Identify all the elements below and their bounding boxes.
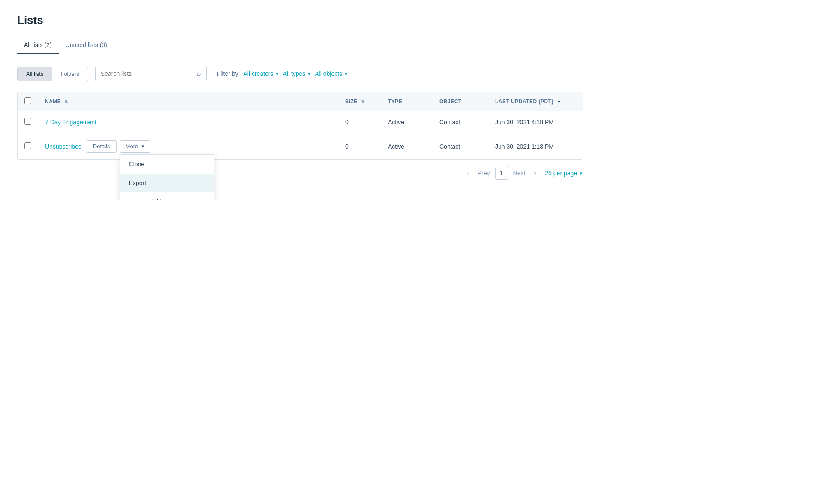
tab-unused-lists[interactable]: Unused lists (0) xyxy=(59,37,114,54)
more-button[interactable]: More ▼ xyxy=(120,140,151,153)
row1-last-updated-cell: Jun 30, 2021 4:18 PM xyxy=(488,111,583,133)
search-input[interactable] xyxy=(101,70,195,77)
last-updated-sort-icon: ▼ xyxy=(557,99,561,104)
prev-page-button[interactable]: ‹ xyxy=(463,167,472,180)
more-dropdown-menu: Clone Export Move to folder View perform… xyxy=(120,154,214,200)
all-types-filter[interactable]: All types ▼ xyxy=(283,70,311,77)
search-icon[interactable]: ⌕ xyxy=(197,70,201,78)
chevron-down-icon: ▼ xyxy=(275,72,280,76)
folders-view-button[interactable]: Folders xyxy=(52,67,87,81)
move-to-folder-menu-item[interactable]: Move to folder xyxy=(120,192,214,200)
all-lists-view-button[interactable]: All lists xyxy=(18,67,52,81)
next-page-button[interactable]: › xyxy=(530,167,540,180)
name-column-header[interactable]: NAME ⇅ xyxy=(38,92,338,111)
row2-actions: Details More ▼ Clone Export xyxy=(87,140,150,153)
table-header-row: NAME ⇅ SIZE ⇅ TYPE OBJECT LAST UPDATED ( xyxy=(18,92,583,111)
next-label[interactable]: Next xyxy=(513,170,526,177)
chevron-down-icon: ▼ xyxy=(141,144,145,149)
row2-object-cell: Contact xyxy=(433,133,488,160)
table-row: 7 Day Engagement 0 Active Contact Jun 30… xyxy=(18,111,583,133)
all-creators-filter[interactable]: All creators ▼ xyxy=(244,70,280,77)
row1-checkbox[interactable] xyxy=(24,118,31,125)
view-toggle: All lists Folders xyxy=(17,67,88,81)
row2-checkbox[interactable] xyxy=(24,142,31,149)
lists-table-container: NAME ⇅ SIZE ⇅ TYPE OBJECT LAST UPDATED ( xyxy=(17,92,583,160)
row2-name-cell: Unsubscribes Details More ▼ xyxy=(38,133,338,160)
select-all-header xyxy=(18,92,38,111)
tab-all-lists[interactable]: All lists (2) xyxy=(17,37,59,54)
row1-size-cell: 0 xyxy=(338,111,381,133)
chevron-down-icon: ▼ xyxy=(307,72,311,76)
toolbar: All lists Folders ⌕ Filter by: All creat… xyxy=(17,66,583,81)
prev-label[interactable]: Prev xyxy=(478,170,490,177)
type-column-header: TYPE xyxy=(381,92,433,111)
per-page-button[interactable]: 25 per page ▼ xyxy=(545,170,583,177)
row1-name-cell: 7 Day Engagement xyxy=(38,111,338,133)
row2-checkbox-cell xyxy=(18,133,38,160)
more-button-container: More ▼ Clone Export Move to folder xyxy=(120,140,151,153)
export-menu-item[interactable]: Export xyxy=(120,174,214,192)
row2-name-link[interactable]: Unsubscribes xyxy=(45,143,81,150)
row2-size-cell: 0 xyxy=(338,133,381,160)
size-sort-icon: ⇅ xyxy=(361,99,365,104)
row1-checkbox-cell xyxy=(18,111,38,133)
table-row: Unsubscribes Details More ▼ xyxy=(18,133,583,160)
pagination-row: ‹ Prev 1 Next › 25 per page ▼ xyxy=(17,160,583,186)
current-page-indicator: 1 xyxy=(495,167,508,180)
last-updated-column-header[interactable]: LAST UPDATED (PDT) ▼ xyxy=(488,92,583,111)
row2-type-cell: Active xyxy=(381,133,433,160)
size-column-header[interactable]: SIZE ⇅ xyxy=(338,92,381,111)
chevron-down-icon: ▼ xyxy=(344,72,348,76)
row1-type-cell: Active xyxy=(381,111,433,133)
row2-last-updated-cell: Jun 30, 2021 1:18 PM xyxy=(488,133,583,160)
row1-name-link[interactable]: 7 Day Engagement xyxy=(45,119,96,126)
lists-table: NAME ⇅ SIZE ⇅ TYPE OBJECT LAST UPDATED ( xyxy=(18,92,583,159)
details-button[interactable]: Details xyxy=(87,140,117,153)
filter-label: Filter by: xyxy=(217,70,240,77)
name-sort-icon: ⇅ xyxy=(64,99,68,104)
page-title: Lists xyxy=(17,14,583,27)
filter-section: Filter by: All creators ▼ All types ▼ Al… xyxy=(217,70,348,77)
all-objects-filter[interactable]: All objects ▼ xyxy=(315,70,348,77)
select-all-checkbox[interactable] xyxy=(24,97,31,104)
chevron-down-icon: ▼ xyxy=(579,171,583,176)
search-box: ⌕ xyxy=(95,66,207,81)
tabs-row: All lists (2) Unused lists (0) xyxy=(17,37,583,54)
object-column-header: OBJECT xyxy=(433,92,488,111)
clone-menu-item[interactable]: Clone xyxy=(120,155,214,174)
row1-object-cell: Contact xyxy=(433,111,488,133)
